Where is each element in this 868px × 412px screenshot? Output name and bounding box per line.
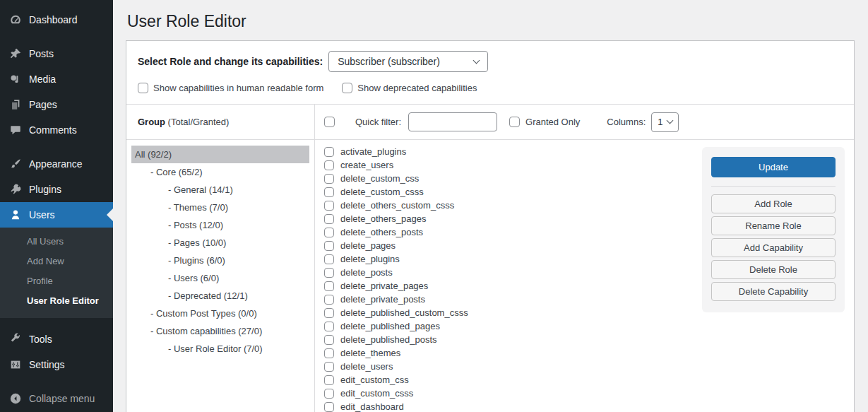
quick-filter-input[interactable] bbox=[408, 112, 497, 131]
group-column-header: Group (Total/Granted) bbox=[126, 105, 315, 139]
sidebar-item-label: Appearance bbox=[29, 158, 83, 170]
capability-row: delete_custom_css bbox=[324, 172, 696, 185]
sidebar-item-label: Plugins bbox=[29, 183, 61, 196]
capability-checkbox[interactable] bbox=[324, 241, 334, 251]
capability-checkbox[interactable] bbox=[324, 187, 334, 197]
group-item-general[interactable]: - General (14/1) bbox=[131, 181, 309, 199]
sidebar-item-plugins[interactable]: Plugins bbox=[0, 177, 113, 202]
divider bbox=[711, 186, 836, 187]
capability-row: create_users bbox=[324, 158, 696, 172]
sidebar-item-tools[interactable]: Tools bbox=[0, 326, 113, 352]
capability-row: delete_others_posts bbox=[324, 225, 696, 239]
show-human-readable-checkbox[interactable] bbox=[138, 83, 148, 93]
capability-checkbox[interactable] bbox=[324, 335, 334, 345]
capability-checkbox[interactable] bbox=[324, 281, 334, 291]
capability-checkbox[interactable] bbox=[324, 160, 334, 170]
group-item-themes[interactable]: - Themes (7/0) bbox=[131, 199, 309, 216]
group-item-custom-capabilities[interactable]: - Custom capabilities (27/0) bbox=[131, 322, 309, 340]
capability-label: delete_custom_css bbox=[340, 173, 419, 184]
granted-only-label: Granted Only bbox=[525, 117, 580, 127]
granted-only-checkbox[interactable] bbox=[509, 117, 520, 127]
capability-checkbox[interactable] bbox=[324, 402, 334, 412]
capability-label: delete_published_custom_csss bbox=[340, 307, 468, 318]
capability-label: delete_others_custom_csss bbox=[340, 200, 454, 211]
capability-row: edit_dashboard bbox=[324, 400, 696, 412]
add-role-button[interactable]: Add Role bbox=[711, 194, 836, 213]
dashboard-icon bbox=[8, 13, 23, 27]
group-item-deprecated[interactable]: - Deprecated (12/1) bbox=[131, 287, 309, 305]
capability-checkbox[interactable] bbox=[324, 214, 334, 224]
group-item-all[interactable]: All (92/2) bbox=[131, 146, 309, 163]
submenu-item-add-new[interactable]: Add New bbox=[0, 252, 113, 271]
sidebar-item-dashboard[interactable]: Dashboard bbox=[0, 7, 113, 33]
group-item-user-role-editor[interactable]: - User Role Editor (7/0) bbox=[131, 340, 309, 358]
sidebar-item-appearance[interactable]: Appearance bbox=[0, 151, 113, 177]
capability-checkbox[interactable] bbox=[324, 268, 334, 278]
sidebar-item-collapse-menu[interactable]: Collapse menu bbox=[0, 386, 113, 411]
capability-label: delete_published_posts bbox=[340, 334, 437, 345]
submenu-item-user-role-editor[interactable]: User Role Editor bbox=[0, 291, 113, 311]
sidebar-item-label: Settings bbox=[29, 358, 65, 371]
show-deprecated-label: Show deprecated capabilities bbox=[357, 83, 477, 93]
group-header-bold: Group bbox=[138, 117, 165, 127]
settings-icon bbox=[8, 358, 23, 372]
capability-row: activate_plugins bbox=[324, 145, 696, 158]
capability-checkbox[interactable] bbox=[324, 348, 334, 358]
main-content: User Role Editor Select Role and change … bbox=[113, 0, 868, 412]
media-icon bbox=[8, 72, 23, 86]
capability-checkbox[interactable] bbox=[324, 254, 334, 264]
capability-label: edit_custom_css bbox=[340, 375, 409, 385]
select-all-checkbox[interactable] bbox=[324, 117, 335, 127]
update-button[interactable]: Update bbox=[711, 157, 836, 177]
group-item-users[interactable]: - Users (6/0) bbox=[131, 269, 309, 287]
select-role-row: Select Role and change its capabilities:… bbox=[126, 41, 854, 76]
capability-checkbox[interactable] bbox=[324, 228, 334, 237]
capability-checkbox[interactable] bbox=[324, 375, 334, 385]
capability-checkbox[interactable] bbox=[324, 295, 334, 305]
submenu-item-all-users[interactable]: All Users bbox=[0, 232, 113, 252]
delete-capability-button[interactable]: Delete Capability bbox=[711, 282, 836, 301]
capability-checkbox[interactable] bbox=[324, 201, 334, 211]
capability-label: activate_plugins bbox=[340, 146, 406, 157]
group-item-plugins[interactable]: - Plugins (6/0) bbox=[131, 252, 309, 269]
user-icon bbox=[8, 208, 23, 222]
show-human-readable-option: Show capabilities in human readable form bbox=[138, 83, 323, 93]
collapse-icon bbox=[8, 392, 23, 406]
group-item-core[interactable]: - Core (65/2) bbox=[131, 163, 309, 181]
capability-checkbox[interactable] bbox=[324, 362, 334, 372]
sidebar-item-posts[interactable]: Posts bbox=[0, 41, 113, 66]
sidebar-item-pages[interactable]: Pages bbox=[0, 92, 113, 117]
capability-row: delete_private_pages bbox=[324, 279, 696, 293]
group-tree: All (92/2) - Core (65/2) - General (14/1… bbox=[126, 140, 315, 412]
columns-select[interactable]: 1 bbox=[651, 112, 678, 132]
role-select[interactable]: Subscriber (subscriber) bbox=[328, 51, 488, 72]
capability-label: delete_published_pages bbox=[340, 321, 440, 331]
capability-checkbox[interactable] bbox=[324, 322, 334, 331]
capability-checkbox[interactable] bbox=[324, 147, 334, 157]
capability-label: delete_custom_csss bbox=[340, 187, 424, 197]
pages-icon bbox=[8, 98, 23, 112]
add-capability-button[interactable]: Add Capability bbox=[711, 238, 836, 257]
show-deprecated-checkbox[interactable] bbox=[342, 83, 352, 93]
rename-role-button[interactable]: Rename Role bbox=[711, 216, 836, 235]
sidebar-item-comments[interactable]: Comments bbox=[0, 117, 113, 143]
submenu-item-profile[interactable]: Profile bbox=[0, 271, 113, 291]
capability-checkbox[interactable] bbox=[324, 308, 334, 318]
capability-row: delete_users bbox=[324, 360, 696, 373]
display-options-row: Show capabilities in human readable form… bbox=[126, 76, 854, 104]
sidebar-item-users[interactable]: Users bbox=[0, 202, 113, 228]
capability-checkbox[interactable] bbox=[324, 389, 334, 399]
capability-checkbox[interactable] bbox=[324, 174, 334, 184]
group-item-custom-post-types[interactable]: - Custom Post Types (0/0) bbox=[131, 305, 309, 322]
group-item-pages[interactable]: - Pages (10/0) bbox=[131, 234, 309, 252]
capability-label: delete_pages bbox=[340, 240, 396, 251]
sidebar-item-label: Tools bbox=[29, 333, 52, 346]
delete-role-button[interactable]: Delete Role bbox=[711, 260, 836, 279]
sidebar-item-settings[interactable]: Settings bbox=[0, 352, 113, 377]
capability-label: delete_private_posts bbox=[340, 294, 425, 305]
sidebar-item-media[interactable]: Media bbox=[0, 66, 113, 92]
capability-row: delete_plugins bbox=[324, 252, 696, 266]
group-header-rest: (Total/Granted) bbox=[165, 117, 229, 127]
capability-label: delete_others_pages bbox=[340, 213, 426, 224]
group-item-posts[interactable]: - Posts (12/0) bbox=[131, 216, 309, 234]
